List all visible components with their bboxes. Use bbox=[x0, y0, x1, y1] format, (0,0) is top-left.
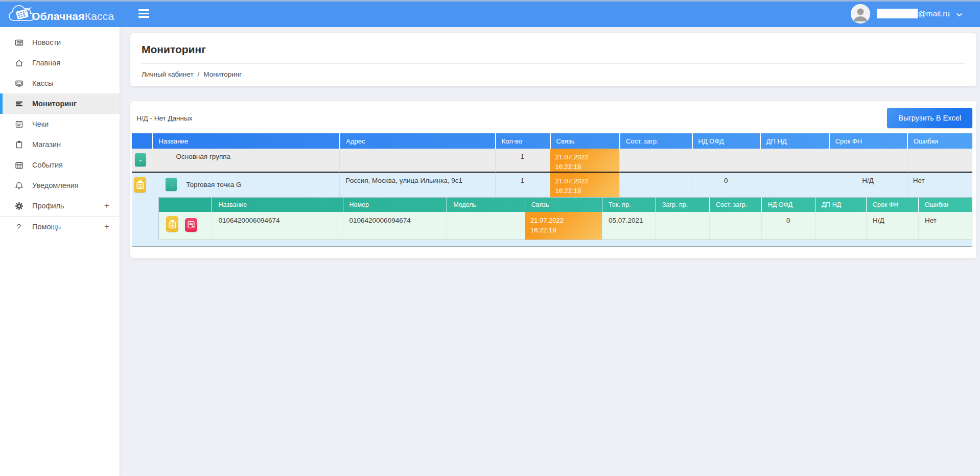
sidebar-item-home[interactable]: Главная bbox=[0, 53, 120, 73]
sidebar-item-label: Помощь bbox=[32, 223, 61, 231]
expand-plus-icon[interactable]: + bbox=[104, 201, 109, 211]
column-header-fn-expiry: Срок ФН bbox=[829, 133, 907, 149]
breadcrumb-root[interactable]: Личный кабинет bbox=[142, 70, 194, 78]
column-header-errors: Ошибки bbox=[907, 133, 972, 149]
group-load-state bbox=[619, 149, 691, 173]
group-name: Основная группа bbox=[176, 153, 230, 160]
group-fn-expiry bbox=[829, 149, 907, 173]
device-errors: Нет bbox=[918, 212, 972, 240]
column-header-count: Кол-во bbox=[495, 133, 550, 149]
page-title: Мониторинг bbox=[142, 43, 965, 56]
group-row: - Основная группа 1 21.07.2022 16:22:19 bbox=[132, 149, 972, 173]
export-excel-button[interactable]: Выгрузить В Excel bbox=[887, 108, 972, 128]
sidebar-item-notifications[interactable]: Уведомления bbox=[0, 175, 120, 196]
point-fn-expiry: Н/Д bbox=[829, 173, 907, 197]
column-header-nd-ofd: НД ОФД bbox=[761, 198, 815, 212]
column-header-model: Модель bbox=[447, 198, 525, 212]
last-link-time: 16:22:19 bbox=[555, 186, 615, 196]
legend-text: Н/Д - Нет Данных bbox=[136, 114, 192, 122]
group-address bbox=[339, 149, 495, 173]
last-link-date: 21.07.2022 bbox=[530, 216, 597, 225]
calendar-icon bbox=[14, 161, 24, 170]
column-header-dp-nd: ДП НД bbox=[760, 133, 829, 149]
column-header-empty bbox=[159, 198, 212, 212]
brand-name: ОблачнаяКасса bbox=[32, 10, 114, 22]
column-header-name: Название bbox=[212, 198, 342, 212]
brand-logo[interactable]: ОблачнаяКасса bbox=[7, 2, 114, 26]
sidebar: Новости Главная Кассы bbox=[0, 27, 120, 476]
sidebar-item-cashdesks[interactable]: Кассы bbox=[0, 73, 120, 93]
column-header-number: Номер bbox=[343, 198, 447, 212]
last-link-time: 16:22:19 bbox=[555, 162, 615, 172]
column-header-fn-expiry: Срок ФН bbox=[866, 198, 918, 212]
device-model bbox=[447, 212, 525, 240]
sidebar-item-news[interactable]: Новости bbox=[0, 32, 120, 53]
sidebar-item-label: Магазин bbox=[32, 140, 61, 149]
sidebar-item-label: Главная bbox=[32, 59, 60, 67]
sidebar-item-label: События bbox=[32, 161, 63, 169]
column-header-address: Адрес bbox=[339, 133, 495, 149]
trade-point-address: Россия, Москва, улица Ильинка, 9с1 bbox=[339, 173, 495, 197]
devices-table: Название Номер Модель Связь Тек. пр. Заг… bbox=[158, 197, 972, 240]
device-dp-nd bbox=[815, 212, 866, 240]
sidebar-item-receipts[interactable]: Чеки bbox=[0, 114, 120, 134]
sidebar-item-label: Уведомления bbox=[32, 181, 79, 189]
redacted-username bbox=[877, 9, 918, 18]
breadcrumb: Личный кабинет/Мониторинг bbox=[142, 70, 965, 78]
column-header-load-state: Сост. загр. bbox=[619, 133, 691, 149]
column-header-loaded-fw: Загр. пр. bbox=[656, 198, 709, 212]
hamburger-menu-icon[interactable] bbox=[136, 5, 151, 22]
device-nd-ofd: 0 bbox=[761, 212, 815, 240]
last-link-time: 16:22:19 bbox=[530, 225, 597, 235]
device-fn-expiry: Н/Д bbox=[866, 212, 918, 240]
point-last-link-badge: 21.07.2022 16:22:19 bbox=[550, 173, 620, 197]
group-dp-nd bbox=[760, 149, 829, 173]
device-number: 0106420006094674 bbox=[343, 212, 447, 240]
group-count: 1 bbox=[495, 149, 550, 173]
question-mark-icon: ? bbox=[14, 222, 24, 231]
main-content: Мониторинг Личный кабинет/Мониторинг Н/Д… bbox=[120, 27, 980, 476]
collapse-group-button[interactable]: - bbox=[135, 153, 146, 166]
gear-icon bbox=[14, 202, 24, 210]
user-menu[interactable]: @mail.ru bbox=[851, 4, 963, 23]
column-header-load-state: Сост. загр. bbox=[709, 198, 761, 212]
device-row: 0106420006094674 0106420006094674 21.07.… bbox=[159, 212, 972, 240]
breadcrumb-current: Мониторинг bbox=[203, 70, 242, 78]
column-header-nd-ofd: НД ОФД bbox=[692, 133, 760, 149]
clipboard-icon bbox=[14, 140, 24, 149]
collapse-point-button[interactable]: - bbox=[166, 178, 177, 191]
expand-plus-icon[interactable]: + bbox=[104, 222, 109, 232]
chevron-down-icon bbox=[956, 10, 963, 19]
trade-point-count: 1 bbox=[495, 173, 550, 197]
column-header-current-fw: Тек. пр. bbox=[602, 198, 656, 212]
sidebar-item-help[interactable]: ? Помощь + bbox=[0, 216, 120, 236]
column-header-empty bbox=[132, 133, 152, 149]
sidebar-item-shop[interactable]: Магазин bbox=[0, 134, 120, 155]
monitoring-icon bbox=[14, 100, 24, 108]
point-dp-nd bbox=[760, 173, 829, 197]
groups-table: Название Адрес Кол-во Связь Сост. загр. … bbox=[132, 133, 972, 247]
sidebar-item-profile[interactable]: Профиль + bbox=[0, 196, 120, 216]
column-header-link: Связь bbox=[550, 133, 620, 149]
device-register-button[interactable] bbox=[166, 216, 178, 232]
sidebar-item-events[interactable]: События bbox=[0, 155, 120, 175]
device-report-button[interactable] bbox=[185, 218, 197, 232]
app-window: ОблачнаяКасса @mail.ru bbox=[0, 0, 980, 476]
last-link-date: 21.07.2022 bbox=[555, 152, 615, 162]
cash-register-button[interactable] bbox=[134, 177, 146, 193]
group-last-link-badge: 21.07.2022 16:22:19 bbox=[550, 149, 620, 172]
cashdesk-icon bbox=[14, 79, 24, 88]
sidebar-item-monitoring[interactable]: Мониторинг bbox=[0, 93, 120, 114]
top-header: ОблачнаяКасса @mail.ru bbox=[0, 0, 980, 27]
title-card: Мониторинг Личный кабинет/Мониторинг bbox=[130, 33, 976, 86]
trade-point-name: Торговая точка G bbox=[186, 181, 241, 188]
device-loaded-fw bbox=[656, 212, 709, 240]
sidebar-item-label: Чеки bbox=[32, 120, 49, 128]
home-icon bbox=[14, 59, 24, 67]
sidebar-item-label: Профиль bbox=[32, 202, 64, 210]
sidebar-item-label: Новости bbox=[32, 38, 61, 46]
device-current-fw: 05.07.2021 bbox=[602, 212, 656, 240]
table-toolbar: Н/Д - Нет Данных Выгрузить В Excel bbox=[132, 108, 972, 133]
avatar bbox=[851, 4, 870, 23]
receipt-icon bbox=[14, 120, 24, 129]
